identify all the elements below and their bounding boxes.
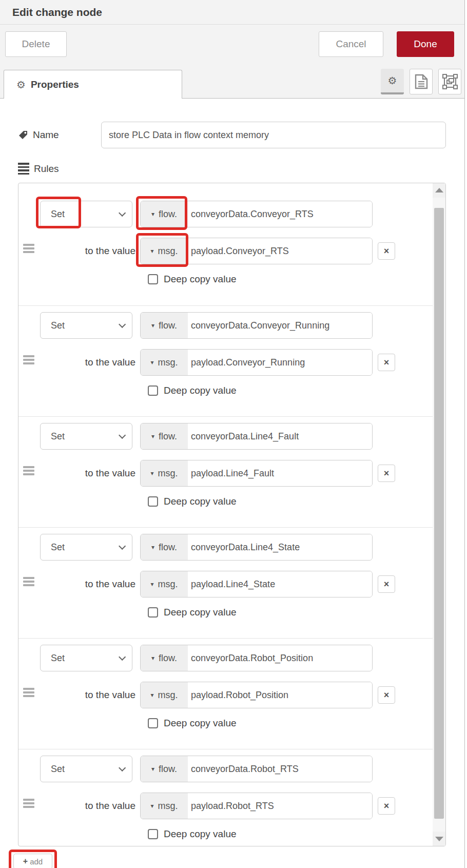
scroll-down-arrow-icon[interactable] — [433, 832, 445, 846]
scroll-up-arrow-icon[interactable] — [433, 183, 445, 198]
target-property-input[interactable] — [188, 534, 372, 560]
action-select-value: Set — [51, 431, 119, 442]
action-select[interactable]: Set — [40, 201, 132, 227]
source-type-button[interactable]: ▾ msg. — [141, 682, 188, 708]
target-property-input[interactable] — [188, 423, 372, 449]
target-typed-input: ▾ flow. — [140, 756, 373, 782]
deep-copy-row: Deep copy value — [148, 718, 237, 729]
drag-handle-icon[interactable] — [23, 466, 34, 477]
checkbox-unchecked-icon[interactable] — [148, 718, 158, 728]
remove-rule-button[interactable]: × — [378, 242, 395, 260]
target-type-button[interactable]: ▾ flow. — [141, 645, 188, 671]
delete-button[interactable]: Delete — [5, 31, 67, 57]
source-property-input[interactable] — [188, 793, 372, 819]
target-property-input[interactable] — [188, 645, 372, 671]
source-typed-input: ▾ msg. — [140, 571, 373, 597]
rule-row: Set ▾ flow. to the value ▾ msg. × Deep c… — [18, 638, 433, 749]
target-property-input[interactable] — [188, 201, 372, 227]
document-icon — [415, 74, 428, 89]
action-select[interactable]: Set — [40, 645, 132, 671]
chevron-down-icon — [119, 543, 126, 550]
target-typed-input: ▾ flow. — [140, 201, 373, 227]
target-type-button[interactable]: ▾ flow. — [141, 423, 188, 449]
source-property-input[interactable] — [188, 571, 372, 597]
to-the-value-label: to the value — [39, 793, 135, 819]
dialog-header: Edit change node — [0, 0, 464, 25]
source-property-input[interactable] — [188, 238, 372, 264]
node-properties-button[interactable]: ⚙ — [381, 69, 404, 94]
add-rule-area: + add — [13, 854, 52, 868]
add-rule-button[interactable]: + add — [13, 854, 52, 868]
source-typed-input: ▾ msg. — [140, 238, 373, 264]
target-typed-input: ▾ flow. — [140, 312, 373, 339]
rules-container: Set ▾ flow. to the value ▾ msg. × Deep c… — [18, 183, 446, 846]
action-select[interactable]: Set — [40, 756, 132, 782]
remove-rule-button[interactable]: × — [378, 354, 395, 371]
target-type-button[interactable]: ▾ flow. — [141, 201, 188, 227]
target-type-button[interactable]: ▾ flow. — [141, 756, 188, 782]
source-type-button[interactable]: ▾ msg. — [141, 571, 188, 597]
target-type-button[interactable]: ▾ flow. — [141, 534, 188, 560]
source-property-input[interactable] — [188, 682, 372, 708]
name-input[interactable] — [101, 122, 446, 148]
checkbox-unchecked-icon[interactable] — [148, 829, 158, 839]
deep-copy-row: Deep copy value — [148, 385, 237, 396]
action-select[interactable]: Set — [40, 534, 132, 561]
tag-icon — [18, 130, 28, 140]
chevron-down-icon — [119, 764, 126, 771]
drag-handle-icon[interactable] — [23, 799, 34, 809]
deep-copy-row: Deep copy value — [148, 496, 237, 507]
source-property-input[interactable] — [188, 350, 372, 375]
checkbox-unchecked-icon[interactable] — [148, 385, 158, 396]
checkbox-unchecked-icon[interactable] — [148, 496, 158, 507]
target-typed-input: ▾ flow. — [140, 423, 373, 450]
editor-tab-tools: ⚙ — [381, 69, 461, 94]
source-type-button[interactable]: ▾ msg. — [141, 238, 188, 264]
drag-handle-icon[interactable] — [23, 688, 34, 699]
name-label: Name — [18, 129, 101, 141]
rules-scrollbar[interactable] — [433, 183, 445, 846]
caret-down-icon: ▾ — [150, 581, 153, 588]
deep-copy-label: Deep copy value — [164, 718, 237, 729]
to-the-value-label: to the value — [39, 682, 135, 708]
drag-handle-icon[interactable] — [23, 244, 34, 255]
tab-properties[interactable]: ⚙ Properties — [4, 70, 182, 99]
to-the-value-label: to the value — [39, 349, 135, 376]
remove-rule-button[interactable]: × — [378, 686, 395, 704]
source-typed-input: ▾ msg. — [140, 349, 373, 376]
source-type-button[interactable]: ▾ msg. — [141, 460, 188, 486]
checkbox-unchecked-icon[interactable] — [148, 607, 158, 618]
drag-handle-icon[interactable] — [23, 355, 34, 366]
remove-rule-button[interactable]: × — [378, 797, 395, 815]
caret-down-icon: ▾ — [150, 802, 153, 809]
source-type-button[interactable]: ▾ msg. — [141, 793, 188, 819]
checkbox-unchecked-icon[interactable] — [148, 274, 158, 284]
action-select[interactable]: Set — [40, 312, 132, 339]
drag-handle-icon[interactable] — [23, 577, 34, 588]
node-appearance-button[interactable] — [438, 69, 461, 94]
edit-change-node-dialog: Edit change node Delete Cancel Done ⚙ Pr… — [0, 0, 465, 868]
remove-rule-button[interactable]: × — [378, 465, 395, 482]
caret-down-icon: ▾ — [151, 322, 154, 329]
target-type-button[interactable]: ▾ flow. — [141, 313, 188, 338]
target-property-input[interactable] — [188, 313, 372, 338]
action-select-value: Set — [51, 653, 119, 664]
target-type-label: flow. — [159, 431, 177, 442]
done-button[interactable]: Done — [397, 31, 454, 57]
source-type-button[interactable]: ▾ msg. — [141, 350, 188, 375]
source-type-label: msg. — [158, 801, 178, 812]
action-select[interactable]: Set — [40, 423, 132, 450]
gear-icon: ⚙ — [388, 75, 397, 86]
source-property-input[interactable] — [188, 460, 372, 486]
source-type-label: msg. — [158, 579, 178, 590]
target-property-input[interactable] — [188, 756, 372, 782]
remove-rule-button[interactable]: × — [378, 575, 395, 593]
deep-copy-label: Deep copy value — [164, 385, 237, 396]
cancel-button[interactable]: Cancel — [319, 31, 383, 57]
deep-copy-row: Deep copy value — [148, 828, 237, 840]
chevron-down-icon — [119, 653, 126, 661]
action-select-value: Set — [51, 542, 119, 553]
caret-down-icon: ▾ — [150, 470, 153, 477]
scrollbar-thumb[interactable] — [434, 208, 444, 819]
node-description-button[interactable] — [410, 69, 433, 94]
